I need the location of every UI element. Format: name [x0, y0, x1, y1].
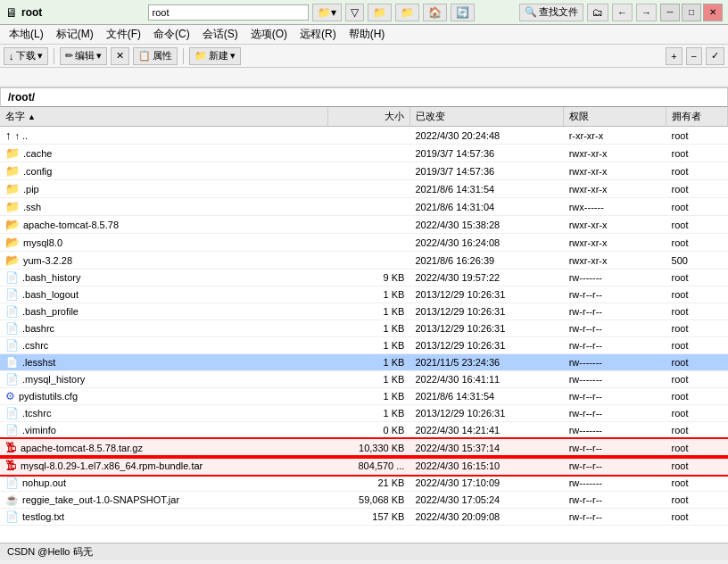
menu-bar-main	[0, 68, 728, 87]
file-perm: rw-r--r--	[564, 439, 666, 457]
file-size: 21 KB	[328, 475, 410, 492]
file-date: 2022/4/30 17:05:24	[410, 492, 563, 509]
file-owner: root	[666, 388, 728, 405]
table-row[interactable]: 🗜 mysql-8.0.29-1.el7.x86_64.rpm-bundle.t…	[0, 457, 728, 475]
minus-btn[interactable]: −	[686, 47, 702, 65]
file-size	[328, 180, 410, 198]
menu-item-本地(L)[interactable]: 本地(L)	[4, 26, 49, 43]
table-row[interactable]: 📄 .bash_history9 KB2022/4/30 19:57:22rw-…	[0, 270, 728, 286]
table-row[interactable]: 📄 .tcshrc1 KB2013/12/29 10:26:31rw-r--r-…	[0, 405, 728, 422]
title-bar-path[interactable]: 📁▾ ▽ 📁 📁 🏠 🔄	[148, 4, 517, 21]
home-btn[interactable]: 🏠	[423, 4, 447, 21]
file-date: 2021/8/6 16:26:39	[410, 252, 563, 270]
file-perm: rwxr-xr-x	[564, 234, 666, 252]
file-perm: rwxr-xr-x	[564, 162, 666, 180]
file-date: 2022/4/30 20:09:08	[410, 509, 563, 526]
file-icon-16: 📄 .tcshrc	[5, 407, 51, 419]
table-row[interactable]: 📄 .bash_logout1 KB2013/12/29 10:26:31rw-…	[0, 286, 728, 303]
table-row[interactable]: 📄 .lesshst1 KB2021/11/5 23:24:36rw------…	[0, 354, 728, 371]
table-row[interactable]: 📄 nohup.out21 KB2022/4/30 17:10:09rw----…	[0, 475, 728, 492]
add-btn[interactable]: +	[666, 47, 682, 65]
table-row[interactable]: 🗜 apache-tomcat-8.5.78.tar.gz10,330 KB20…	[0, 439, 728, 457]
menu-item-远程(R)[interactable]: 远程(R)	[294, 26, 342, 43]
file-perm: rwxr-xr-x	[564, 180, 666, 198]
table-row[interactable]: 📁 .cache2019/3/7 14:57:36rwxr-xr-xroot	[0, 145, 728, 162]
menu-item-选项(O)[interactable]: 选项(O)	[245, 26, 293, 43]
menu-item-标记(M)[interactable]: 标记(M)	[51, 26, 99, 43]
file-perm: rw-r--r--	[564, 286, 666, 303]
folder-btn2[interactable]: 📁	[368, 4, 392, 21]
table-row[interactable]: 📂 mysql8.02022/4/30 16:24:08rwxr-xr-xroo…	[0, 234, 728, 252]
file-size	[328, 198, 410, 216]
edit-btn[interactable]: ✏ 编辑 ▾	[60, 47, 107, 65]
delete-btn[interactable]: ✕	[111, 47, 129, 65]
file-owner: root	[666, 234, 728, 252]
table-row[interactable]: 📂 apache-tomcat-8.5.782022/4/30 15:38:28…	[0, 216, 728, 234]
col-header-date[interactable]: 已改变	[410, 107, 563, 127]
file-date: 2022/4/30 14:21:41	[410, 422, 563, 439]
maximize-btn[interactable]: □	[682, 4, 701, 21]
forward-btn[interactable]: →	[636, 4, 657, 21]
file-icon-7: 📂 yum-3.2.28	[5, 253, 72, 267]
check-btn[interactable]: ✓	[706, 47, 724, 65]
new-btn[interactable]: 📁 新建 ▾	[189, 47, 241, 65]
table-row[interactable]: ☕ reggie_take_out-1.0-SNAPSHOT.jar59,068…	[0, 492, 728, 509]
file-size	[328, 145, 410, 162]
window-controls: ─ □ ✕	[660, 4, 723, 21]
close-btn[interactable]: ✕	[703, 4, 723, 21]
file-icon-22: 📄 testlog.txt	[5, 510, 64, 523]
file-date: 2019/3/7 14:57:36	[410, 145, 563, 162]
table-row[interactable]: 📄 .mysql_history1 KB2022/4/30 16:41:11rw…	[0, 371, 728, 388]
file-icon-17: 📄 .viminfo	[5, 424, 56, 436]
file-icon-5: 📂 apache-tomcat-8.5.78	[5, 218, 119, 231]
filter-btn[interactable]: ▽	[345, 4, 364, 21]
table-row[interactable]: 📄 testlog.txt157 KB2022/4/30 20:09:08rw-…	[0, 509, 728, 526]
file-icon-12: 📄 .cshrc	[5, 339, 48, 352]
title-bar: 🖥 root 📁▾ ▽ 📁 📁 🏠 🔄 🔍 查找文件 🗂 ← → ─ □ ✕	[0, 0, 728, 25]
menu-item-会话(S)[interactable]: 会话(S)	[197, 26, 244, 43]
file-icon-13: 📄 .lesshst	[5, 356, 55, 369]
file-date: 2022/4/30 16:24:08	[410, 234, 563, 252]
table-row[interactable]: 📁 .ssh2021/8/6 14:31:04rwx------root	[0, 198, 728, 216]
minimize-btn[interactable]: ─	[660, 4, 680, 21]
download-icon: ↓	[9, 51, 14, 62]
file-date: 2022/4/30 15:37:14	[410, 439, 563, 457]
refresh-btn[interactable]: 🔄	[451, 4, 475, 21]
properties-btn[interactable]: 📋 属性	[133, 47, 178, 65]
table-row[interactable]: 📄 .bash_profile1 KB2013/12/29 10:26:31rw…	[0, 303, 728, 320]
table-row[interactable]: 📁 .config2019/3/7 14:57:36rwxr-xr-xroot	[0, 162, 728, 180]
file-size: 1 KB	[328, 286, 410, 303]
table-row[interactable]: 📁 .pip2021/8/6 14:31:54rwxr-xr-xroot	[0, 180, 728, 198]
file-name: 📄 .tcshrc	[0, 405, 328, 422]
file-owner: root	[666, 371, 728, 388]
find-file-btn[interactable]: 🔍 查找文件	[519, 4, 583, 21]
table-row[interactable]: ↑ ↑ ..2022/4/30 20:24:48r-xr-xr-xroot	[0, 127, 728, 145]
table-row[interactable]: 📂 yum-3.2.282021/8/6 16:26:39rwxr-xr-x50…	[0, 252, 728, 270]
folder-nav-btn[interactable]: 📁▾	[312, 4, 342, 21]
back-btn[interactable]: ←	[612, 4, 633, 21]
table-row[interactable]: 📄 .cshrc1 KB2013/12/29 10:26:31rw-r--r--…	[0, 337, 728, 354]
nav-icon-btn[interactable]: 🗂	[587, 4, 608, 21]
menu-item-帮助(H)[interactable]: 帮助(H)	[343, 26, 391, 43]
col-header-size[interactable]: 大小	[328, 107, 410, 127]
table-row[interactable]: 📄 .bashrc1 KB2013/12/29 10:26:31rw-r--r-…	[0, 320, 728, 337]
col-header-name[interactable]: 名字 ▲	[0, 107, 328, 127]
col-header-owner[interactable]: 拥有者	[666, 107, 728, 127]
file-date: 2022/4/30 20:24:48	[410, 127, 563, 145]
file-list[interactable]: 名字 ▲ 大小 已改变 权限 拥有者 ↑ ↑ ..2022/4/30 20:24…	[0, 107, 728, 543]
props-icon: 📋	[138, 50, 151, 62]
file-date: 2013/12/29 10:26:31	[410, 303, 563, 320]
menu-item-文件(F)[interactable]: 文件(F)	[101, 26, 146, 43]
path-input[interactable]	[148, 4, 309, 21]
table-row[interactable]: 📄 .viminfo0 KB2022/4/30 14:21:41rw------…	[0, 422, 728, 439]
table-row[interactable]: ⚙ pydistutils.cfg1 KB2021/8/6 14:31:54rw…	[0, 388, 728, 405]
col-header-perm[interactable]: 权限	[564, 107, 666, 127]
folder-btn3[interactable]: 📁	[395, 4, 419, 21]
file-size: 0 KB	[328, 422, 410, 439]
menu-bar: 本地(L)标记(M)文件(F)命令(C)会话(S)选项(O)远程(R)帮助(H)	[0, 25, 728, 45]
new-dropdown-icon: ▾	[230, 50, 236, 62]
file-perm: rw-r--r--	[564, 303, 666, 320]
menu-item-命令(C)[interactable]: 命令(C)	[148, 26, 195, 43]
download-btn[interactable]: ↓ 下载 ▾	[4, 47, 48, 65]
file-name: 📂 mysql8.0	[0, 234, 328, 252]
